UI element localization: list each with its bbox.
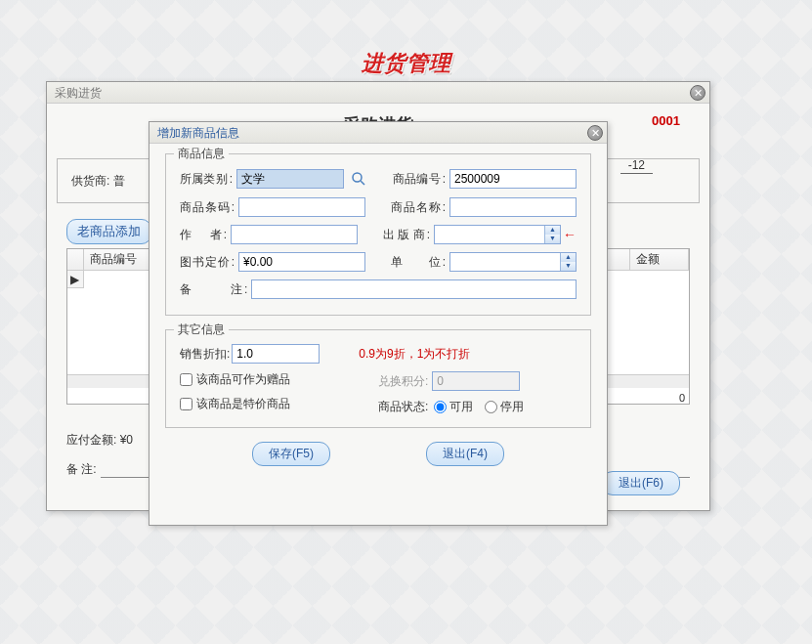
unit-label: 单 位 — [391, 254, 441, 271]
discount-hint: 0.9为9折，1为不打折 — [359, 346, 470, 363]
author-input[interactable] — [231, 225, 358, 244]
author-label: 作 者 — [180, 227, 222, 243]
order-number: 0001 — [652, 113, 680, 128]
memo-label: 备 注: — [66, 461, 97, 478]
points-input — [432, 371, 520, 391]
save-button[interactable]: 保存(F5) — [252, 442, 330, 466]
gift-checkbox[interactable] — [180, 373, 192, 386]
publisher-combo[interactable] — [434, 225, 561, 244]
special-checkbox-label: 该商品是特价商品 — [196, 396, 290, 412]
barcode-input[interactable] — [238, 197, 365, 217]
grid-row-selector-header — [67, 249, 83, 271]
date-partial: -12 — [620, 158, 653, 174]
add-product-titlebar[interactable]: 增加新商品信息 ✕ — [150, 122, 607, 144]
status-disabled-radio[interactable]: 停用 — [485, 399, 524, 415]
purchase-window-title: 采购进货 — [55, 86, 102, 100]
page-title: 进货管理 — [0, 49, 812, 78]
pay-value: ¥0 — [120, 433, 133, 447]
grid-row-count: 0 — [679, 392, 685, 404]
exit-dialog-button[interactable]: 退出(F4) — [426, 442, 504, 466]
name-label: 商品名称 — [391, 199, 441, 216]
name-input[interactable] — [449, 197, 577, 217]
other-info-group: 其它信息 销售折扣: 0.9为9折，1为不打折 该商品可作为赠品 该商品是特价商… — [165, 329, 591, 428]
price-input[interactable] — [238, 252, 365, 272]
purchase-window-titlebar[interactable]: 采购进货 ✕ — [47, 82, 709, 104]
barcode-label: 商品条码 — [180, 199, 230, 216]
required-arrow-icon: ← — [563, 227, 577, 242]
status-label: 商品状态: — [378, 399, 428, 415]
unit-combo[interactable] — [449, 252, 577, 272]
supplier-value: 普 — [113, 173, 125, 190]
publisher-label: 出 版 商 — [383, 227, 425, 243]
add-old-goods-button[interactable]: 老商品添加 — [66, 219, 151, 244]
other-info-group-label: 其它信息 — [174, 322, 229, 338]
search-icon[interactable] — [350, 168, 367, 190]
close-icon[interactable]: ✕ — [587, 125, 603, 141]
exit-main-button[interactable]: 退出(F6) — [602, 471, 680, 495]
publisher-spin[interactable]: ▲▼ — [544, 226, 560, 243]
svg-line-1 — [361, 181, 364, 185]
status-available-radio[interactable]: 可用 — [434, 399, 473, 415]
code-input[interactable] — [449, 169, 577, 189]
svg-point-0 — [353, 173, 362, 182]
supplier-label: 供货商: — [71, 173, 109, 190]
product-info-group: 商品信息 所属类别: 商品编号: 商品条码: 商品名称: 作 者: 出 版 — [165, 153, 591, 316]
product-info-group-label: 商品信息 — [174, 146, 229, 162]
unit-spin[interactable]: ▲▼ — [560, 253, 576, 271]
special-checkbox[interactable] — [180, 398, 192, 410]
add-product-title: 增加新商品信息 — [157, 126, 239, 140]
discount-label: 销售折扣: — [180, 346, 230, 363]
product-memo-label: 备 注 — [180, 281, 242, 298]
discount-input[interactable] — [232, 344, 320, 364]
category-input[interactable] — [236, 169, 344, 189]
points-label: 兑换积分: — [378, 373, 428, 390]
price-label: 图书定价 — [180, 254, 230, 271]
gift-checkbox-label: 该商品可作为赠品 — [196, 371, 290, 388]
pay-label: 应付金额: — [66, 433, 116, 447]
close-icon[interactable]: ✕ — [690, 85, 705, 101]
category-label: 所属类别 — [180, 171, 228, 188]
grid-header-amount[interactable]: 金额 — [630, 249, 689, 271]
add-product-dialog: 增加新商品信息 ✕ 商品信息 所属类别: 商品编号: 商品条码: 商品名称: — [149, 121, 608, 526]
code-label: 商品编号 — [393, 171, 441, 188]
product-memo-input[interactable] — [251, 279, 577, 299]
